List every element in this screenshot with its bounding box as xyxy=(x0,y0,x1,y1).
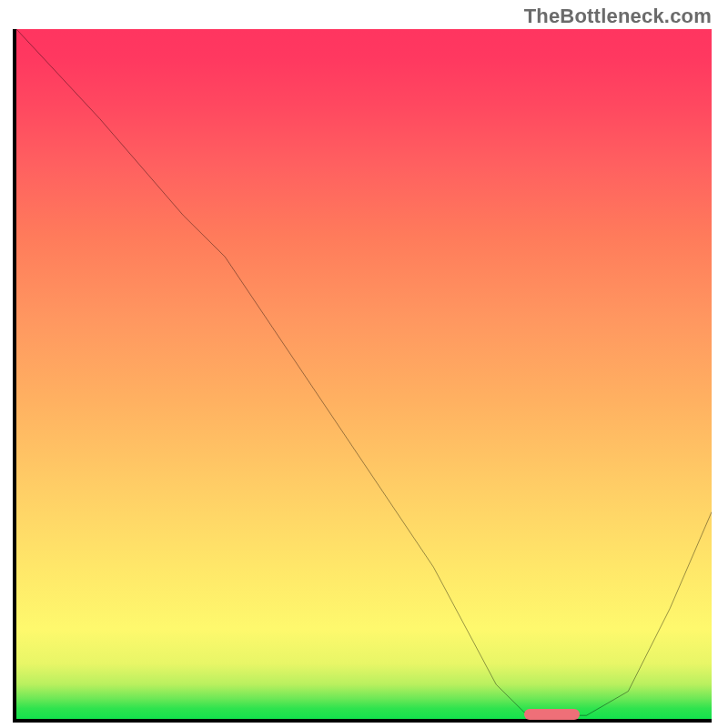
chart-canvas: TheBottleneck.com xyxy=(0,0,728,728)
bottleneck-curve xyxy=(16,29,712,719)
optimum-marker xyxy=(524,709,580,720)
plot-area xyxy=(13,29,712,723)
watermark-text: TheBottleneck.com xyxy=(524,5,712,28)
